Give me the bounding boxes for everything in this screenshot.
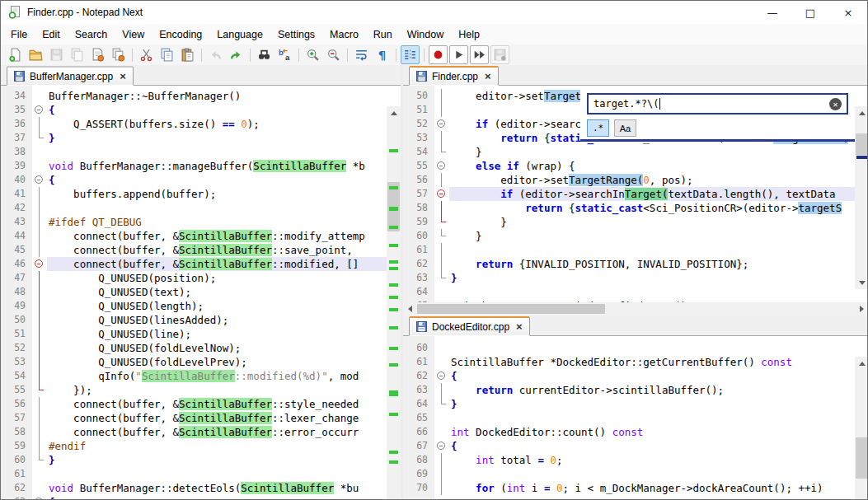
regex-toggle-button[interactable]: .* <box>587 119 609 137</box>
fold-margin[interactable] <box>434 355 449 369</box>
menu-search[interactable]: Search <box>68 26 115 44</box>
redo-button[interactable] <box>227 45 246 64</box>
undo-button[interactable] <box>206 45 225 64</box>
horizontal-scrollbar[interactable] <box>403 302 868 315</box>
paste-button[interactable] <box>178 45 197 64</box>
minimize-button[interactable]: — <box>753 1 791 24</box>
fold-margin[interactable] <box>434 117 449 131</box>
fold-margin[interactable] <box>434 467 449 481</box>
fold-margin[interactable] <box>32 495 47 500</box>
fold-margin[interactable] <box>32 145 47 159</box>
clear-search-icon[interactable]: ✕ <box>829 98 842 110</box>
fold-margin[interactable] <box>32 327 47 341</box>
fold-margin[interactable] <box>32 257 47 271</box>
case-sensitive-toggle-button[interactable]: Aa <box>614 119 636 137</box>
fold-collapse-icon[interactable] <box>32 173 47 187</box>
fold-margin[interactable] <box>32 341 47 355</box>
fold-margin[interactable] <box>32 299 47 313</box>
fold-margin[interactable] <box>32 159 47 173</box>
fold-margin[interactable] <box>434 271 449 285</box>
copy-button[interactable] <box>157 45 176 64</box>
fold-margin[interactable] <box>32 467 47 481</box>
menu-settings[interactable]: Settings <box>270 26 322 44</box>
menu-edit[interactable]: Edit <box>35 26 68 44</box>
scroll-left-arrow[interactable] <box>403 302 417 315</box>
save-macro-button[interactable] <box>490 45 509 64</box>
fold-collapse-icon[interactable] <box>434 159 449 173</box>
fold-margin[interactable] <box>32 439 47 453</box>
zoom-out-button[interactable] <box>324 45 343 64</box>
scrollbar-thumb[interactable] <box>856 437 868 479</box>
save-all-button[interactable] <box>88 45 107 64</box>
tab-close-icon[interactable]: × <box>514 322 523 332</box>
fold-margin[interactable] <box>434 453 449 467</box>
scrollbar-thumb[interactable] <box>856 133 868 155</box>
fold-collapse-icon[interactable] <box>32 103 47 117</box>
find-button[interactable] <box>255 45 274 64</box>
tab-dockededitor-cpp[interactable]: DockedEditor.cpp × <box>409 316 530 336</box>
new-file-button[interactable] <box>6 45 25 64</box>
scrollbar-thumb[interactable] <box>417 304 605 314</box>
fold-margin[interactable] <box>434 229 449 243</box>
scroll-down-arrow[interactable] <box>855 276 868 289</box>
fold-margin[interactable] <box>434 383 449 397</box>
fold-margin[interactable] <box>32 117 47 131</box>
vertical-scrollbar[interactable] <box>387 106 401 500</box>
menu-encoding[interactable]: Encoding <box>152 26 209 44</box>
save-file-button[interactable] <box>47 45 66 64</box>
menu-run[interactable]: Run <box>366 26 400 44</box>
fold-margin[interactable] <box>32 215 47 229</box>
fold-margin[interactable] <box>434 257 449 271</box>
fold-margin[interactable] <box>434 411 449 425</box>
menu-file[interactable]: File <box>3 26 35 44</box>
word-wrap-button[interactable] <box>352 45 371 64</box>
search-input[interactable]: target.*?\( ✕ <box>587 93 848 114</box>
fold-margin[interactable] <box>434 397 449 411</box>
indent-guide-button[interactable] <box>401 45 420 64</box>
fold-margin[interactable] <box>32 89 47 103</box>
fold-collapse-icon[interactable] <box>434 187 449 201</box>
fold-margin[interactable] <box>32 481 47 495</box>
scroll-right-arrow[interactable] <box>855 302 868 315</box>
fold-margin[interactable] <box>32 201 47 215</box>
fold-margin[interactable] <box>434 145 449 159</box>
fold-margin[interactable] <box>434 103 449 117</box>
menu-view[interactable]: View <box>115 26 152 44</box>
fold-margin[interactable] <box>32 131 47 145</box>
maximize-button[interactable]: □ <box>791 1 829 24</box>
show-all-characters-button[interactable]: ¶ <box>373 45 392 64</box>
fold-margin[interactable] <box>32 411 47 425</box>
fold-margin[interactable] <box>32 313 47 327</box>
fold-margin[interactable] <box>32 369 47 383</box>
fold-margin[interactable] <box>32 173 47 187</box>
menu-window[interactable]: Window <box>400 26 451 44</box>
vertical-scrollbar[interactable] <box>855 357 868 500</box>
fold-margin[interactable] <box>434 131 449 145</box>
fold-collapse-icon[interactable] <box>434 369 449 383</box>
code-editor-left[interactable]: 34BufferManager::~BufferManager()35{36 Q… <box>1 86 401 500</box>
menu-language[interactable]: Language <box>209 26 270 44</box>
fold-margin[interactable] <box>32 187 47 201</box>
open-file-button[interactable] <box>26 45 45 64</box>
fold-margin[interactable] <box>32 425 47 439</box>
fold-margin[interactable] <box>32 103 47 117</box>
fold-margin[interactable] <box>434 243 449 257</box>
close-all-button[interactable] <box>109 45 128 64</box>
fold-margin[interactable] <box>32 355 47 369</box>
fold-margin[interactable] <box>434 187 449 201</box>
fold-margin[interactable] <box>434 439 449 453</box>
replace-button[interactable]: ba <box>275 45 294 64</box>
fold-margin[interactable] <box>32 285 47 299</box>
fold-collapse-icon[interactable] <box>32 495 47 500</box>
save-copy-button[interactable] <box>68 45 87 64</box>
tab-close-icon[interactable]: × <box>118 72 126 82</box>
fold-margin[interactable] <box>434 481 449 495</box>
fold-margin[interactable] <box>434 341 449 355</box>
fold-margin[interactable] <box>434 215 449 229</box>
fold-margin[interactable] <box>32 397 47 411</box>
zoom-in-button[interactable] <box>303 45 322 64</box>
tab-buffermanager-cpp[interactable]: BufferManager.cpp × <box>7 66 134 86</box>
scroll-up-arrow[interactable] <box>855 106 868 119</box>
fold-margin[interactable] <box>434 425 449 439</box>
run-macro-multiple-button[interactable] <box>470 45 489 64</box>
